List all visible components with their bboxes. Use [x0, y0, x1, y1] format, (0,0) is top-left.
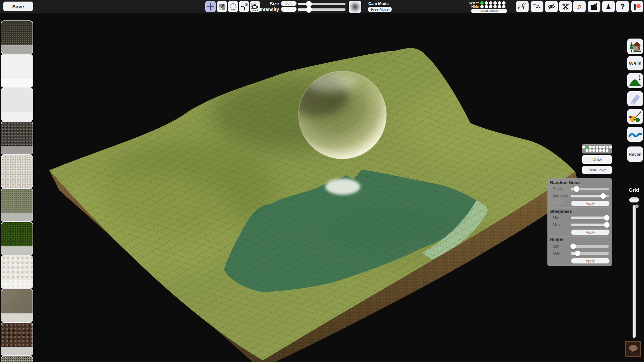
- texture-thumbnail[interactable]: [1, 222, 33, 255]
- layer-dot[interactable]: [606, 149, 608, 152]
- hide-dot[interactable]: [480, 5, 484, 8]
- raise-terrain-icon: [218, 3, 226, 11]
- move-tool-button[interactable]: [205, 1, 216, 12]
- weather-button[interactable]: [516, 1, 529, 12]
- clear-layer-button[interactable]: Clear Layer: [582, 166, 612, 174]
- grid-slider[interactable]: [633, 205, 636, 338]
- texture-thumbnail[interactable]: [1, 256, 33, 288]
- steepness-min-slider[interactable]: [571, 217, 609, 219]
- select-dot[interactable]: [502, 1, 505, 5]
- steepness-min-slider-handle[interactable]: [604, 215, 610, 221]
- layer-dot[interactable]: [589, 149, 592, 152]
- height-max-label: Max: [550, 251, 571, 256]
- apply-height-button[interactable]: Apply: [571, 258, 609, 263]
- hide-dot[interactable]: [489, 5, 492, 8]
- texture-thumbnail[interactable]: [1, 356, 33, 362]
- layer-dot[interactable]: [592, 149, 595, 152]
- paint-tab-button[interactable]: [627, 109, 643, 124]
- music-button[interactable]: ♫: [573, 1, 586, 12]
- top-toolbar: Save: [0, 0, 644, 13]
- texture-thumbnail[interactable]: [1, 189, 33, 221]
- panel-title: Steepness: [550, 209, 609, 214]
- noise-intensity-slider-handle[interactable]: [600, 193, 606, 199]
- hide-visibility-button[interactable]: [545, 1, 558, 12]
- texture-thumbnail[interactable]: [1, 55, 33, 87]
- hide-dot[interactable]: [485, 5, 488, 8]
- select-dot[interactable]: [489, 1, 492, 5]
- size-slider[interactable]: [298, 3, 345, 5]
- texture-thumbnail[interactable]: [1, 21, 33, 54]
- grid-value[interactable]: 0,2: [629, 197, 639, 202]
- apply-noise-button[interactable]: Apply: [571, 201, 609, 206]
- chat-bubble-button[interactable]: [625, 341, 641, 357]
- layer-dot[interactable]: [599, 149, 602, 152]
- scale-slider[interactable]: [571, 188, 609, 190]
- paint-tools-icon: [629, 110, 642, 123]
- texture-thumbnail[interactable]: [1, 88, 33, 121]
- size-slider-handle[interactable]: [306, 1, 312, 7]
- select-dot[interactable]: [480, 1, 484, 5]
- brush-falloff-preview[interactable]: [349, 1, 361, 13]
- revert-button[interactable]: Revert: [627, 146, 643, 162]
- water-tab-button[interactable]: [627, 127, 643, 142]
- layer-dot[interactable]: [609, 146, 612, 148]
- grid-slider-handle[interactable]: [635, 204, 639, 208]
- height-max-slider-handle[interactable]: [575, 250, 581, 256]
- steepness-max-slider-handle[interactable]: [604, 222, 610, 228]
- layer-dot[interactable]: [592, 146, 595, 148]
- layer-dot[interactable]: [596, 146, 598, 148]
- props-tab-button[interactable]: [627, 39, 643, 54]
- layer-dot[interactable]: [586, 149, 588, 152]
- intensity-slider[interactable]: [298, 8, 345, 11]
- layer-dot[interactable]: [602, 146, 605, 148]
- texture-thumbnail[interactable]: [1, 323, 33, 355]
- size-value[interactable]: 10,0: [281, 1, 297, 6]
- scale-slider-handle[interactable]: [574, 186, 579, 192]
- draw-button[interactable]: Draw: [582, 155, 612, 164]
- walls-tab-button[interactable]: Walls: [627, 56, 643, 70]
- steepness-min-label: Min: [550, 216, 571, 220]
- wall-beam-tab-button[interactable]: [627, 91, 643, 106]
- layer-dot[interactable]: [582, 146, 585, 148]
- texture-thumbnail[interactable]: [1, 122, 33, 154]
- birds-button[interactable]: [531, 1, 543, 12]
- eye-slash-icon: [547, 2, 556, 11]
- cam-mode-button[interactable]: Free Move: [368, 7, 392, 12]
- apply-steepness-button[interactable]: Apply: [571, 230, 609, 235]
- noise-intensity-slider[interactable]: [571, 195, 609, 197]
- layer-dot[interactable]: [606, 146, 608, 148]
- texture-thumbnail[interactable]: [1, 155, 33, 188]
- height-max-slider[interactable]: [571, 252, 609, 255]
- help-button[interactable]: ?: [616, 1, 629, 12]
- height-min-slider[interactable]: [571, 245, 609, 248]
- flatten-tool-button[interactable]: [239, 1, 249, 12]
- height-min-slider-handle[interactable]: [570, 243, 576, 249]
- cinematic-button[interactable]: [588, 1, 600, 12]
- figures-button[interactable]: ♟: [602, 1, 615, 12]
- layer-dot[interactable]: [586, 146, 588, 148]
- select-objects-button[interactable]: Select Objects: [471, 9, 507, 13]
- cross-x-button[interactable]: [559, 1, 572, 12]
- layer-dot[interactable]: [602, 149, 605, 152]
- save-button[interactable]: Save: [3, 2, 33, 11]
- hide-dot[interactable]: [502, 5, 505, 8]
- hide-dot[interactable]: [498, 5, 501, 8]
- patreon-button[interactable]: [631, 1, 643, 12]
- layer-dot[interactable]: [599, 146, 602, 148]
- intensity-value[interactable]: 1: [281, 7, 297, 12]
- select-dot[interactable]: [493, 1, 497, 5]
- layer-dot[interactable]: [596, 149, 598, 152]
- birds-icon: [533, 2, 541, 11]
- hide-dot[interactable]: [493, 5, 497, 8]
- steepness-max-slider[interactable]: [571, 224, 609, 226]
- rotate-tool-button[interactable]: [228, 1, 238, 12]
- select-dot[interactable]: [485, 1, 488, 5]
- layer-dot[interactable]: [589, 146, 592, 148]
- select-dot[interactable]: [498, 1, 501, 5]
- texture-thumbnail[interactable]: [1, 289, 33, 322]
- random-noise-panel: Random Noise Scale Intensity Apply: [547, 178, 612, 208]
- raise-lower-tool-button[interactable]: [217, 1, 227, 12]
- terrain-tab-button[interactable]: [627, 73, 643, 88]
- noise-intensity-label: Intensity: [550, 194, 571, 198]
- intensity-slider-handle[interactable]: [306, 7, 312, 13]
